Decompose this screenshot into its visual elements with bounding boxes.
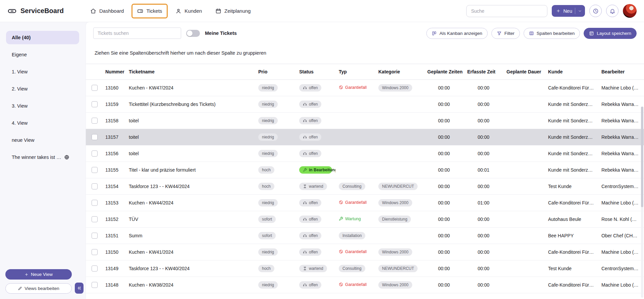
meine-tickets-toggle[interactable] xyxy=(186,30,200,37)
column-header-status[interactable]: Status xyxy=(296,64,335,80)
table-row[interactable]: 13155Titel - klar und präzise formuliert… xyxy=(86,162,644,178)
sidebar-view-item[interactable]: 4. View xyxy=(6,116,79,130)
edit-columns-button[interactable]: Spalten bearbeiten xyxy=(524,28,580,39)
sidebar-view-item[interactable]: 3. View xyxy=(6,99,79,113)
ticket-name[interactable]: Summ xyxy=(125,228,255,244)
sidebar-collapse-button[interactable] xyxy=(75,283,84,294)
kunde-cell: Kunde mit Sonderzeic… xyxy=(545,145,598,162)
save-layout-button[interactable]: Layout speichern xyxy=(584,28,637,39)
table-row[interactable]: 13151SummsofortoffenInstallation00:0000:… xyxy=(86,228,644,244)
filter-button[interactable]: Filter xyxy=(491,28,520,39)
table-row[interactable]: 13150Kuchen - KW41/2024niedrigoffenGaran… xyxy=(86,244,644,260)
nav-item-zeitplanung[interactable]: Zeitplanung xyxy=(211,5,255,17)
row-checkbox[interactable] xyxy=(92,101,98,107)
row-checkbox[interactable] xyxy=(92,134,98,140)
ticket-number[interactable]: 13153 xyxy=(102,195,125,211)
neue-view-button[interactable]: Neue View xyxy=(5,269,72,280)
column-header-nummer[interactable]: Nummer xyxy=(102,64,125,80)
nav-item-dashboard[interactable]: Dashboard xyxy=(86,5,128,17)
table-row[interactable]: 13156toitelniedrigoffen00:0000:00Kunde m… xyxy=(86,145,644,162)
column-header-kunde[interactable]: Kunde xyxy=(545,64,598,80)
column-header-erfasste-zeit[interactable]: Erfasste Zeit xyxy=(464,64,503,80)
column-header-geplante-zeiten[interactable]: Geplante Zeiten xyxy=(424,64,464,80)
ticket-number[interactable]: 13148 xyxy=(102,277,125,293)
sidebar-view-item[interactable]: Alle (40) xyxy=(6,31,79,44)
ticket-number[interactable]: 13155 xyxy=(102,162,125,178)
kanban-view-button[interactable]: Als Kanban anzeigen xyxy=(426,28,488,39)
column-header-typ[interactable]: Typ xyxy=(335,64,375,80)
sidebar-view-item[interactable]: 2. View xyxy=(6,82,79,96)
status-cell: in Bearbeitung xyxy=(296,162,335,178)
ticket-name[interactable]: toitel xyxy=(125,145,255,162)
sidebar-view-item[interactable]: neue View xyxy=(6,133,79,147)
row-checkbox[interactable] xyxy=(92,233,98,239)
row-checkbox[interactable] xyxy=(92,216,98,222)
global-search-input[interactable] xyxy=(466,5,547,17)
ticket-name[interactable]: Titel - klar und präzise formuliert xyxy=(125,162,255,178)
row-checkbox[interactable] xyxy=(92,183,98,189)
sidebar-view-item[interactable]: The winner takes ist … xyxy=(6,151,79,164)
column-header-kategorie[interactable]: Kategorie xyxy=(375,64,424,80)
ticket-name[interactable]: toitel xyxy=(125,113,255,129)
avatar[interactable] xyxy=(623,4,637,18)
ticket-number[interactable]: 13151 xyxy=(102,228,125,244)
column-header-ticketname[interactable]: Ticketname xyxy=(125,64,255,80)
column-header-prio[interactable]: Prio xyxy=(255,64,296,80)
ticket-name[interactable]: toitel xyxy=(125,129,255,145)
ticket-number[interactable]: 13156 xyxy=(102,145,125,162)
nav-item-tickets[interactable]: Tickets xyxy=(133,5,166,17)
ticket-number[interactable]: 13150 xyxy=(102,244,125,260)
table-row[interactable]: 13158toitelniedrigoffen00:0000:00Kunde m… xyxy=(86,113,644,129)
ticket-number[interactable]: 13158 xyxy=(102,113,125,129)
bearbeiter-cell: CentronSystem… xyxy=(598,260,644,277)
column-header-bearbeiter[interactable]: Bearbeiter xyxy=(598,64,644,80)
table-row[interactable]: 13152TÜVsofortoffenWartungDienstleistung… xyxy=(86,211,644,228)
neu-button[interactable]: Neu xyxy=(552,5,585,17)
table-row[interactable]: 13160Kuchen - KW47/2024niedrigoffenGaran… xyxy=(86,80,644,96)
time-tracking-button[interactable] xyxy=(589,5,602,17)
row-checkbox[interactable] xyxy=(92,151,98,157)
scrollbar-thumb[interactable] xyxy=(641,107,643,207)
table-row[interactable]: 13149Taskforce 123 - - KW40/2024hochwart… xyxy=(86,260,644,277)
erfasste-zeit-cell: 00:00 xyxy=(464,211,503,228)
row-checkbox[interactable] xyxy=(92,85,98,91)
status-cell: offen xyxy=(296,80,335,96)
row-checkbox[interactable] xyxy=(92,282,98,288)
row-checkbox[interactable] xyxy=(92,249,98,255)
views-bearbeiten-button[interactable]: Views bearbeiten xyxy=(5,283,72,294)
geplante-zeiten-cell: 00:00 xyxy=(424,80,464,96)
ticket-name[interactable]: Taskforce 123 - - KW40/2024 xyxy=(125,260,255,277)
status-cell: offen xyxy=(296,145,335,162)
ticket-name[interactable]: Kuchen - KW38/2024 xyxy=(125,277,255,293)
geplante-zeiten-cell: 00:00 xyxy=(424,129,464,145)
ticket-number[interactable]: 13152 xyxy=(102,211,125,228)
table-row[interactable]: 13148Kuchen - KW38/2024niedrigoffenGaran… xyxy=(86,277,644,293)
table-row[interactable]: 13157toitelniedrigoffen00:0000:00Kunde m… xyxy=(86,129,644,145)
ticket-name[interactable]: Kuchen - KW44/2024 xyxy=(125,195,255,211)
table-row[interactable]: 13153Kuchen - KW44/2024niedrigoffenGaran… xyxy=(86,195,644,211)
ticket-number[interactable]: 13159 xyxy=(102,96,125,113)
chevron-down-icon[interactable] xyxy=(578,9,582,13)
ticket-name[interactable]: TÜV xyxy=(125,211,255,228)
row-checkbox[interactable] xyxy=(92,265,98,272)
ticket-name[interactable]: Kuchen - KW47/2024 xyxy=(125,80,255,96)
sidebar-view-item[interactable]: Eigene xyxy=(6,48,79,61)
nav-item-kunden[interactable]: Kunden xyxy=(171,5,206,17)
table-row[interactable]: 13154Taskforce 123 - - KW44/2024hochwart… xyxy=(86,178,644,195)
table-row[interactable]: 13159Tickettitel (Kurzbeschreibung des T… xyxy=(86,96,644,113)
sidebar-view-item[interactable]: 1. View xyxy=(6,65,79,78)
status-badge: in Bearbeitung xyxy=(299,166,332,174)
ticket-name[interactable]: Kuchen - KW41/2024 xyxy=(125,244,255,260)
row-checkbox[interactable] xyxy=(92,200,98,206)
notifications-button[interactable] xyxy=(606,5,619,17)
ticket-name[interactable]: Taskforce 123 - - KW44/2024 xyxy=(125,178,255,195)
ticket-number[interactable]: 13154 xyxy=(102,178,125,195)
tickets-search-input[interactable] xyxy=(93,27,181,39)
ticket-name[interactable]: Tickettitel (Kurzbeschreibung des Ticket… xyxy=(125,96,255,113)
ticket-number[interactable]: 13149 xyxy=(102,260,125,277)
ticket-number[interactable]: 13157 xyxy=(102,129,125,145)
ticket-number[interactable]: 13160 xyxy=(102,80,125,96)
row-checkbox[interactable] xyxy=(92,118,98,124)
column-header-geplante-dauer[interactable]: Geplante Dauer xyxy=(503,64,545,80)
row-checkbox[interactable] xyxy=(92,167,98,173)
